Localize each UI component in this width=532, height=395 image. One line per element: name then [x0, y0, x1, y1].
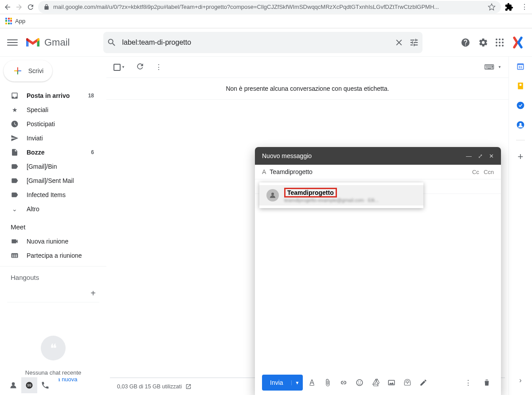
sidebar-item-sentmail[interactable]: [Gmail]/Sent Mail [0, 174, 99, 188]
image-icon[interactable] [387, 378, 396, 387]
input-tool-icon[interactable]: ⌨ [484, 63, 494, 71]
compose-header[interactable]: Nuovo messaggio — ⤢ ✕ [255, 147, 501, 165]
suggestion-item[interactable]: Teamdiprogetto teamdiprogetto-example@gm… [259, 185, 423, 205]
empty-state-message: Non è presente alcuna conversazione con … [106, 78, 509, 100]
calendar-icon[interactable]: 31 [516, 62, 525, 71]
compose-toolbar: Invia ▼ A ⋮ [255, 370, 501, 395]
svg-point-4 [520, 84, 522, 86]
apps-grid-icon [5, 18, 12, 25]
dropdown-arrow-icon: ▼ [121, 65, 125, 69]
compose-button[interactable]: Scrivi [4, 60, 52, 81]
clear-search-icon[interactable] [394, 38, 404, 47]
meet-heading: Meet [0, 216, 106, 234]
emoji-icon[interactable] [355, 378, 364, 387]
contact-suggestion-dropdown: Teamdiprogetto teamdiprogetto-example@gm… [259, 182, 423, 208]
format-icon[interactable]: A [307, 378, 316, 387]
rail-separator [516, 140, 525, 140]
chevron-down-icon: ⌄ [11, 205, 19, 213]
forward-button[interactable] [15, 3, 23, 11]
sidebar-item-new-meeting[interactable]: Nuova riunione [0, 234, 99, 248]
contacts-icon[interactable] [516, 120, 525, 129]
to-input[interactable] [270, 168, 469, 175]
main-menu-button[interactable] [7, 37, 18, 48]
sidebar-item-starred[interactable]: ★ Speciali [0, 103, 99, 117]
search-box[interactable] [103, 32, 422, 53]
close-icon[interactable]: ✕ [489, 153, 494, 159]
google-apps-icon[interactable] [496, 39, 504, 46]
video-icon [11, 237, 19, 245]
quote-icon: ❝ [41, 336, 66, 360]
join-meeting-label: Partecipa a riunione [27, 252, 82, 259]
star-icon[interactable] [488, 3, 496, 11]
drive-icon[interactable] [371, 378, 380, 387]
star-icon: ★ [11, 106, 19, 114]
link-icon[interactable] [339, 378, 348, 387]
sent-label: Inviati [27, 135, 43, 142]
sidebar-item-snoozed[interactable]: Posticipati [0, 117, 99, 131]
label-icon [11, 177, 19, 185]
fullscreen-icon[interactable]: ⤢ [478, 153, 483, 159]
pen-icon[interactable] [419, 378, 428, 387]
sidebar-item-sent[interactable]: Inviati [0, 131, 99, 145]
gmail-header: Gmail [0, 28, 532, 57]
gmail-logo[interactable]: Gmail [25, 36, 70, 49]
add-addon-icon[interactable]: + [518, 151, 524, 163]
back-button[interactable] [4, 3, 12, 11]
more-button[interactable]: ⋮ [155, 63, 162, 71]
send-button[interactable]: Invia ▼ [262, 375, 303, 391]
phone-status-icon[interactable] [37, 377, 53, 393]
browser-toolbar: mail.google.com/mail/u/0/?zx=kbktf8i9p2p… [0, 0, 532, 14]
url-bar[interactable]: mail.google.com/mail/u/0/?zx=kbktf8i9p2p… [38, 1, 501, 13]
suggestion-name: Teamdiprogetto [284, 188, 337, 198]
minimize-icon[interactable]: — [466, 153, 472, 159]
no-chat-text: Nessuna chat recente [9, 369, 98, 376]
bcc-button[interactable]: Ccn [484, 169, 494, 175]
more-options-icon[interactable]: ⋮ [464, 378, 473, 387]
select-checkbox[interactable]: ▼ [113, 64, 125, 71]
svg-text:31: 31 [519, 65, 522, 69]
external-link-icon[interactable] [185, 383, 192, 390]
cc-button[interactable]: Cc [472, 169, 479, 175]
delete-draft-icon[interactable] [482, 378, 491, 387]
support-icon[interactable] [460, 37, 471, 48]
browser-menu-icon[interactable]: ⋮ [520, 3, 528, 11]
keep-icon[interactable] [516, 81, 525, 90]
sidebar-item-bin[interactable]: [Gmail]/Bin [0, 159, 99, 174]
bookmarks-bar: App [0, 14, 532, 28]
svg-point-10 [358, 382, 359, 383]
sidebar-item-inbox[interactable]: Posta in arrivo 18 [0, 89, 99, 103]
attach-icon[interactable] [323, 378, 332, 387]
confidential-icon[interactable] [403, 378, 412, 387]
to-field[interactable]: A Cc Ccn Teamdiprogetto teamdiprogetto-e… [255, 165, 501, 179]
search-input[interactable] [122, 39, 389, 46]
search-icon[interactable] [107, 38, 117, 47]
add-chat-icon[interactable]: + [90, 288, 96, 298]
hangouts-status-icon[interactable]: 99 [21, 377, 37, 393]
refresh-button[interactable] [136, 62, 145, 73]
profile-status-icon[interactable] [5, 377, 21, 393]
tasks-icon[interactable] [516, 101, 525, 110]
compose-title: Nuovo messaggio [262, 152, 312, 159]
svg-point-11 [360, 382, 361, 383]
plus-icon [12, 66, 23, 76]
send-dropdown-icon[interactable]: ▼ [291, 380, 303, 385]
sidebar-item-drafts[interactable]: Bozze 6 [0, 145, 99, 159]
account-icon[interactable] [511, 35, 525, 50]
search-options-icon[interactable] [409, 38, 419, 47]
compose-body[interactable] [255, 194, 501, 370]
chrome-apps-bookmark[interactable]: App [5, 18, 25, 25]
more-label: Altro [27, 205, 39, 213]
sidebar-item-more[interactable]: ⌄ Altro [0, 202, 99, 216]
file-icon [11, 148, 19, 156]
collapse-rail-icon[interactable]: › [514, 371, 527, 390]
sidebar-item-infected[interactable]: Infected Items [0, 188, 99, 202]
extensions-icon[interactable] [505, 3, 513, 12]
reload-button[interactable] [27, 3, 35, 11]
settings-icon[interactable] [478, 37, 489, 48]
svg-point-8 [271, 193, 274, 195]
sidebar-item-join-meeting[interactable]: Partecipa a riunione [0, 248, 99, 263]
inbox-icon [11, 92, 19, 100]
to-label: A [262, 168, 266, 175]
input-dropdown-icon[interactable]: ▼ [498, 65, 501, 69]
keyboard-icon [11, 252, 19, 259]
